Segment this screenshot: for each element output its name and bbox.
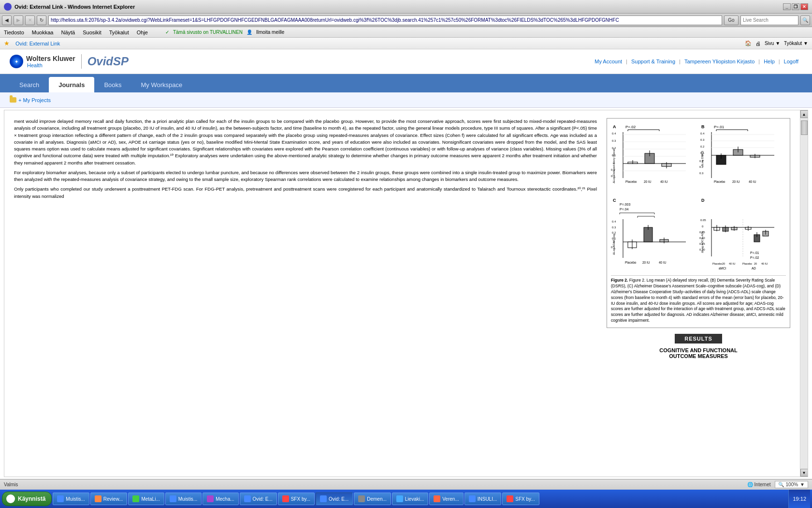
- zoom-control[interactable]: 🔍 100% ▼: [775, 481, 808, 488]
- tools-menu[interactable]: Työkalut ▼: [784, 41, 808, 46]
- browser-title: Ovid: External Link - Windows Internet E…: [14, 4, 135, 10]
- safe-label: Tämä sivusto on TURVALLINEN: [173, 30, 243, 35]
- svg-text:20 IU: 20 IU: [644, 180, 652, 183]
- address-bar: ◀ ▶ ✕ ↻ Go 🔍: [0, 14, 812, 27]
- my-projects-button[interactable]: + My Projects: [10, 97, 51, 103]
- window-controls[interactable]: _ ❐ ✕: [783, 3, 808, 10]
- support-link[interactable]: Support & Training: [627, 59, 679, 64]
- taskbar-item-1[interactable]: Review...: [90, 493, 128, 505]
- taskbar-item-6[interactable]: SFX by...: [278, 493, 315, 505]
- toolbar-row: + My Projects: [0, 92, 812, 108]
- taskbar-icon-3: [170, 495, 176, 502]
- svg-text:0.2: 0.2: [612, 231, 616, 234]
- logoff-link[interactable]: Logoff: [780, 59, 802, 64]
- chart-svg-c: C P=.003 P=.04: [611, 196, 693, 271]
- taskbar-item-5[interactable]: Ovid: E...: [240, 493, 277, 505]
- menu-tiedosto[interactable]: Tiedosto: [4, 30, 24, 35]
- restore-button[interactable]: ❐: [792, 3, 799, 10]
- wk-logo: Wolters Kluwer Health: [10, 55, 75, 68]
- taskbar-item-2[interactable]: MetaLi...: [128, 493, 164, 505]
- favorites-item[interactable]: Ovid: External Link: [15, 41, 60, 46]
- svg-text:P=.003: P=.003: [620, 203, 630, 206]
- go-button[interactable]: Go: [724, 15, 739, 25]
- start-label: Käynnistä: [18, 495, 45, 502]
- taskbar-item-7[interactable]: Ovid: E...: [316, 493, 353, 505]
- forward-button[interactable]: ▶: [14, 15, 23, 25]
- article-paragraph-2: For exploratory biomarker analyses, beca…: [14, 169, 597, 183]
- taskbar-item-0[interactable]: Muistis...: [53, 493, 89, 505]
- taskbar-icon-11: [469, 495, 476, 502]
- svg-text:P=.01: P=.01: [714, 125, 725, 129]
- close-button[interactable]: ✕: [800, 3, 808, 10]
- status-bar: Valmis 🌐 Internet 🔍 100% ▼: [0, 479, 812, 490]
- taskbar-item-11[interactable]: INSULI...: [464, 493, 502, 505]
- svg-text:P=.04: P=.04: [620, 208, 629, 211]
- menu-nayta[interactable]: Näytä: [61, 30, 75, 35]
- menu-tyokalut[interactable]: Työkalut: [109, 30, 129, 35]
- article-text: ment would improve delayed memory recall…: [14, 118, 597, 359]
- refresh-button[interactable]: ↻: [37, 15, 46, 25]
- taskbar: Käynnistä Muistis... Review... MetaLi...…: [0, 490, 812, 508]
- ovidsp-logo: OvidSP: [87, 55, 129, 68]
- taskbar-item-8[interactable]: Demen...: [354, 493, 391, 505]
- taskbar-item-12[interactable]: SFX by...: [502, 493, 539, 505]
- scroll-up-button[interactable]: ▲: [800, 110, 808, 118]
- chart-panel-b: B P=.01 0.4 0.3 0.2: [699, 122, 786, 194]
- taskbar-item-3[interactable]: Muistis...: [165, 493, 202, 505]
- taskbar-icon-9: [396, 495, 403, 502]
- taskbar-item-9[interactable]: Lievaki...: [392, 493, 428, 505]
- scroll-thumb[interactable]: [801, 120, 808, 135]
- scroll-down-button[interactable]: ▼: [800, 469, 808, 477]
- svg-text:ΔLog DSRS: ΔLog DSRS: [701, 151, 704, 166]
- svg-text:aMCI: aMCI: [719, 267, 726, 270]
- svg-text:Placebo: Placebo: [714, 180, 725, 183]
- menu-ohje[interactable]: Ohje: [137, 30, 148, 35]
- tab-journals[interactable]: Journals: [49, 77, 94, 92]
- svg-text:0.05: 0.05: [700, 219, 706, 222]
- taskbar-item-4[interactable]: Mecha...: [203, 493, 238, 505]
- svg-text:ΔLog ADAS-cog: ΔLog ADAS-cog: [612, 234, 615, 254]
- home-icon[interactable]: 🏠: [745, 40, 752, 46]
- page-menu[interactable]: Sivu ▼: [765, 41, 780, 46]
- header-nav: My Account | Support & Training | Tamper…: [591, 59, 802, 64]
- article-area: ment would improve delayed memory recall…: [4, 110, 800, 477]
- chart-svg-d: D 0.05 0 -0.05 -0.10 -0.15 -0.20: [699, 196, 782, 271]
- help-link[interactable]: Help: [760, 59, 779, 64]
- svg-text:AD: AD: [752, 267, 756, 270]
- chart-grid: A P=.02: [611, 122, 786, 272]
- scrollbar: ▲ ▼: [800, 110, 808, 477]
- article-layout: ment would improve delayed memory recall…: [14, 118, 790, 359]
- taskbar-icon-5: [244, 495, 251, 502]
- tab-books[interactable]: Books: [94, 77, 131, 92]
- live-search-button[interactable]: 🔍: [800, 15, 810, 25]
- print-icon[interactable]: 🖨: [755, 41, 761, 46]
- taskbar-item-10[interactable]: Veren...: [429, 493, 463, 505]
- live-search-input[interactable]: [740, 15, 798, 25]
- svg-text:40 IU: 40 IU: [761, 262, 768, 265]
- scroll-track[interactable]: [801, 118, 808, 469]
- menu-muokkaa[interactable]: Muokkaa: [32, 30, 54, 35]
- library-link[interactable]: Tampereen Yliopiston Kirjasto: [681, 59, 758, 64]
- results-heading: RESULTS: [607, 334, 790, 344]
- zoom-level: 100%: [786, 482, 798, 487]
- svg-text:20 IU: 20 IU: [732, 180, 740, 183]
- back-button[interactable]: ◀: [2, 15, 12, 25]
- article-paragraph-3: Only participants who completed our stud…: [14, 186, 597, 200]
- svg-text:20: 20: [722, 262, 725, 265]
- menu-bar: Tiedosto Muokkaa Näytä Suosikit Työkalut…: [0, 27, 812, 38]
- zoom-chevron: ▼: [800, 482, 805, 487]
- tab-navigation: Search Journals Books My Workspace: [0, 74, 812, 92]
- figure-caption-text: Figure 2. Log mean (A) delayed story rec…: [611, 278, 785, 323]
- taskbar-icon-10: [434, 495, 440, 502]
- tab-my-workspace[interactable]: My Workspace: [131, 77, 192, 92]
- address-input[interactable]: [48, 15, 722, 25]
- minimize-button[interactable]: _: [783, 3, 791, 10]
- start-button[interactable]: Käynnistä: [2, 492, 52, 506]
- svg-text:P=.02: P=.02: [750, 256, 759, 259]
- svg-text:0.3: 0.3: [612, 226, 616, 229]
- stop-button[interactable]: ✕: [25, 15, 35, 25]
- my-account-link[interactable]: My Account: [591, 59, 626, 64]
- tab-search[interactable]: Search: [10, 77, 49, 92]
- menu-suosikit[interactable]: Suosikit: [83, 30, 102, 35]
- svg-text:40 IU: 40 IU: [660, 180, 668, 183]
